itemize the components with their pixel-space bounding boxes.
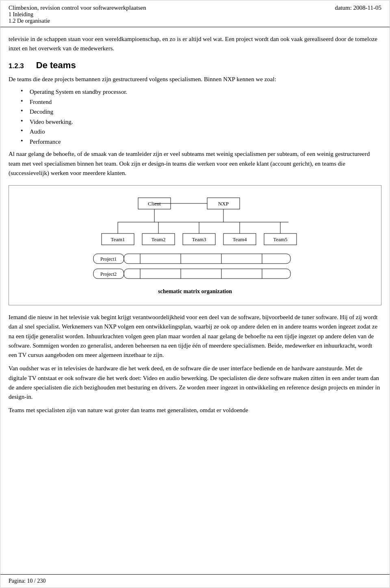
page-footer: Pagina: 10 / 230 (0, 574, 390, 588)
list-item: Frontend (21, 97, 381, 107)
section-title: De teams (36, 60, 76, 71)
document-title: Climbexion, revision control voor softwa… (9, 4, 146, 11)
svg-rect-17 (124, 254, 290, 264)
team4-label: Team4 (232, 236, 247, 242)
org-diagram-svg: Client NXP Team1 (77, 194, 313, 299)
list-item: Performance (21, 137, 381, 147)
org-diagram: Client NXP Team1 (9, 185, 381, 305)
teams-list: Operating System en standby processor. F… (9, 87, 381, 146)
diagram-caption: schematic matrix organization (158, 288, 232, 294)
document-date: datum: 2008-11-05 (335, 4, 381, 11)
page-content: televisie in de schappen staan voor een … (0, 27, 390, 428)
breadcrumb-level1: 1 Inleiding (9, 11, 146, 18)
page-number: Pagina: 10 / 230 (9, 578, 46, 584)
team3-label: Team3 (192, 236, 206, 242)
team5-label: Team5 (273, 236, 287, 242)
list-item: Operating System en standby processor. (21, 87, 381, 97)
breadcrumb-level2: 1.2 De organisatie (9, 18, 146, 24)
list-item: Decoding (21, 107, 381, 117)
page-wrapper: Climbexion, revision control voor softwa… (0, 0, 390, 588)
project2-label: Project2 (100, 271, 117, 277)
after-bullets-paragraph: Al naar gelang de behoefte, of de smaak … (9, 149, 381, 178)
team2-label: Team2 (151, 236, 165, 242)
para4: Teams met specialisten zijn van nature w… (9, 406, 381, 415)
para2: Iemand die nieuw in het televisie vak be… (9, 313, 381, 360)
svg-rect-23 (124, 269, 290, 279)
page-header: Climbexion, revision control voor softwa… (0, 0, 390, 27)
team1-label: Team1 (110, 236, 125, 242)
section-intro: De teams die deze projects bemannen zijn… (9, 75, 381, 84)
para3: Van oudsher was er in televisies de hard… (9, 364, 381, 402)
list-item: Audio (21, 127, 381, 136)
list-item: Video bewerking. (21, 117, 381, 127)
intro-paragraph: televisie in de schappen staan voor een … (9, 35, 381, 53)
header-left: Climbexion, revision control voor softwa… (9, 4, 146, 24)
section-number: 1.2.3 (9, 62, 24, 70)
nxp-label: NXP (218, 201, 229, 207)
project1-label: Project1 (100, 256, 117, 262)
section-heading: 1.2.3 De teams (9, 60, 381, 71)
